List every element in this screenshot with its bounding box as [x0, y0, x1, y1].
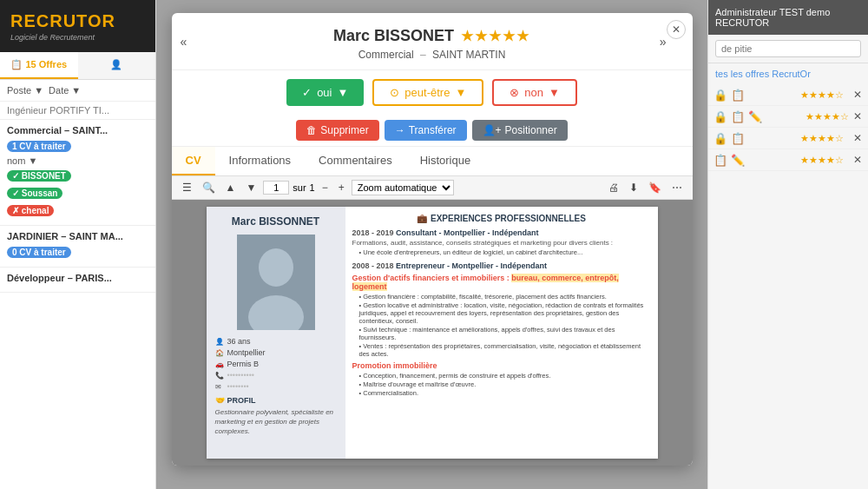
name-filter[interactable]: nom ▼: [7, 155, 148, 166]
positionner-label: Positionner: [505, 124, 557, 136]
pdf-page-input[interactable]: [263, 181, 289, 195]
cv-profil-title: 🤝 PROFIL: [215, 396, 337, 405]
cv-left-column: Marc BISSONNET: [207, 207, 345, 459]
cv-item-suivi-tech: Suivi technique : maintenance et amélior…: [352, 326, 651, 341]
sidebar-group-commercial: Commercial – SAINT... 1 CV à traiter nom…: [0, 120, 155, 226]
pdf-body[interactable]: Marc BISSONNET: [172, 200, 693, 466]
cv-phone: 📞 ••••••••••: [215, 371, 337, 380]
cv-age: 👤 36 ans: [215, 337, 337, 346]
tab-informations[interactable]: Informations: [215, 147, 306, 175]
close-btn-1[interactable]: ✕: [852, 88, 863, 102]
copy-icon-2: 📋: [731, 110, 745, 123]
modal-subtitle: Commercial – SAINT MARTIN: [189, 49, 675, 61]
logo-main: RECRUT: [10, 11, 88, 30]
btn-oui-label: oui: [317, 86, 332, 99]
tab-historique[interactable]: Historique: [406, 147, 485, 175]
cv-job-1: 2018 - 2019 Consultant - Montpellier - I…: [352, 228, 651, 256]
transferer-btn[interactable]: → Transférer: [385, 120, 467, 141]
cv-photo-placeholder: [237, 235, 315, 330]
pdf-zoom-select[interactable]: Zoom automatique: [352, 180, 454, 195]
pdf-sidebar-toggle[interactable]: ☰: [179, 180, 195, 195]
modal-sep: –: [420, 49, 426, 61]
close-btn-3[interactable]: ✕: [852, 131, 863, 145]
logo-sub: Logiciel de Recrutement: [10, 33, 115, 42]
modal-candidate-name: Marc BISSONET: [333, 27, 454, 45]
oui-chevron: ▼: [337, 86, 348, 99]
cv-city: 🏠 Montpellier: [215, 348, 337, 357]
lock-icon-3: 🔒: [713, 132, 727, 145]
peut-etre-icon: ⊙: [390, 86, 399, 99]
pdf-toolbar: ☰ 🔍 ▲ ▼ sur 1 − + Zoom automatique 🖨 ⬇ 🔖…: [172, 176, 693, 200]
tab-commentaires[interactable]: Commentaires: [305, 147, 406, 175]
sidebar: RECRUTOR Logiciel de Recrutement 📋 15 Of…: [0, 0, 156, 489]
stars-1: ★★★★☆: [800, 89, 849, 101]
cv-item-gestion-loc: Gestion locative et administrative : loc…: [352, 301, 651, 325]
non-icon: ⊗: [510, 86, 519, 99]
copy-icon-3: 📋: [731, 132, 745, 145]
modal-nav-prev[interactable]: «: [181, 35, 187, 49]
group-commercial-title: Commercial – SAINT...: [7, 125, 148, 135]
cv-job-2: 2008 - 2018 Entrepreneur - Montpellier -…: [352, 261, 651, 397]
sidebar-tab-candidates[interactable]: 👤: [78, 52, 156, 79]
right-panel: Administrateur TEST demo RECRUTOR tes le…: [707, 0, 868, 489]
modal-location: SAINT MARTIN: [432, 49, 505, 61]
badge-cv-traiter-commercial: 1 CV à traiter: [7, 141, 71, 152]
copy-icon-1: 📋: [731, 89, 745, 102]
candidate-chenal[interactable]: ✗ chenal: [7, 205, 54, 216]
group-developpeur-title: Développeur – PARIS...: [7, 273, 148, 283]
right-row-1: 🔒 📋 ★★★★☆ ✕: [708, 84, 868, 106]
btn-non-label: non: [524, 86, 543, 99]
sidebar-tabs: 📋 15 Offres 👤: [0, 52, 155, 80]
modal-nav-next[interactable]: »: [660, 35, 667, 49]
btn-non[interactable]: ⊗ non ▼: [492, 79, 577, 106]
right-panel-header: Administrateur TEST demo RECRUTOR: [708, 0, 868, 35]
cv-item-commercialisation: Commercialisation.: [352, 389, 651, 397]
pdf-print-btn[interactable]: 🖨: [605, 180, 622, 195]
candidate-bissonet[interactable]: ✓ BISSONET: [7, 170, 71, 182]
right-row-2: 🔒 📋 ✏️ ★★★★☆ ✕: [708, 106, 868, 128]
right-link[interactable]: tes les offres RecrutOr: [708, 63, 868, 84]
filter-date-btn[interactable]: Date ▼: [49, 85, 81, 96]
group-jardinier-title: JARDINIER – SAINT MA...: [7, 231, 148, 241]
edit-icon-4: ✏️: [731, 154, 745, 167]
check-icon: ✓: [302, 86, 312, 99]
pdf-zoom-out[interactable]: −: [319, 180, 332, 195]
pdf-next-btn[interactable]: ▼: [242, 180, 260, 195]
modal-toolbar: 🗑 Supprimer → Transférer 👤+ Positionner: [172, 115, 693, 147]
pdf-zoom-in[interactable]: +: [335, 180, 348, 195]
positionner-btn[interactable]: 👤+ Positionner: [472, 120, 568, 141]
pdf-prev-btn[interactable]: ▲: [222, 180, 240, 195]
btn-oui[interactable]: ✓ oui ▼: [286, 79, 364, 106]
pdf-page-sep: sur: [293, 182, 306, 193]
cv-job-1-item-1: Une école d'entrepreneurs, un éditeur de…: [352, 248, 651, 256]
right-row-3: 🔒 📋 ★★★★☆ ✕: [708, 128, 868, 149]
cv-name: Marc BISSONNET: [215, 215, 337, 228]
edit-icon-2: ✏️: [748, 110, 762, 123]
cv-profil-text: Gestionnaire polyvalent, spécialiste en …: [215, 407, 337, 437]
cv-job-2-header: 2008 - 2018 Entrepreneur - Montpellier -…: [352, 261, 651, 270]
pdf-page-total: 1: [310, 182, 315, 193]
lock-icon-2: 🔒: [713, 110, 727, 123]
modal-close-btn[interactable]: ✕: [667, 20, 686, 39]
tab-cv[interactable]: CV: [172, 147, 215, 175]
pdf-bookmark-btn[interactable]: 🔖: [645, 180, 665, 195]
cv-subsection-immo: Promotion immobilière: [352, 361, 651, 370]
close-btn-4[interactable]: ✕: [852, 153, 863, 167]
pdf-download-btn[interactable]: ⬇: [626, 180, 641, 195]
right-table: 🔒 📋 ★★★★☆ ✕ 🔒 📋 ✏️ ★★★★☆ ✕ 🔒 📋 ★★★★☆ ✕ 📋…: [708, 84, 868, 171]
filter-poste-btn[interactable]: Poste ▼: [7, 85, 43, 96]
cv-right-column: 💼 EXPERIENCES PROFESSIONNELLES 2018 - 20…: [345, 207, 658, 459]
candidate-soussan[interactable]: ✓ Soussan: [7, 188, 62, 199]
btn-peut-etre[interactable]: ⊙ peut-être ▼: [372, 79, 483, 106]
supprimer-btn[interactable]: 🗑 Supprimer: [296, 120, 378, 141]
logo-text: RECRUTOR: [10, 11, 115, 31]
badge-cv-traiter-jardinier: 0 CV à traiter: [7, 247, 71, 258]
close-btn-2[interactable]: ✕: [852, 109, 863, 123]
peut-etre-chevron: ▼: [455, 86, 466, 99]
right-search-input[interactable]: [715, 40, 861, 57]
sidebar-tab-offres[interactable]: 📋 15 Offres: [0, 52, 78, 79]
pdf-viewer: ☰ 🔍 ▲ ▼ sur 1 − + Zoom automatique 🖨 ⬇ 🔖…: [172, 176, 693, 466]
right-row-4: 📋 ✏️ ★★★★☆ ✕: [708, 149, 868, 171]
pdf-search-btn[interactable]: 🔍: [199, 180, 219, 195]
pdf-more-btn[interactable]: ⋯: [668, 180, 686, 195]
